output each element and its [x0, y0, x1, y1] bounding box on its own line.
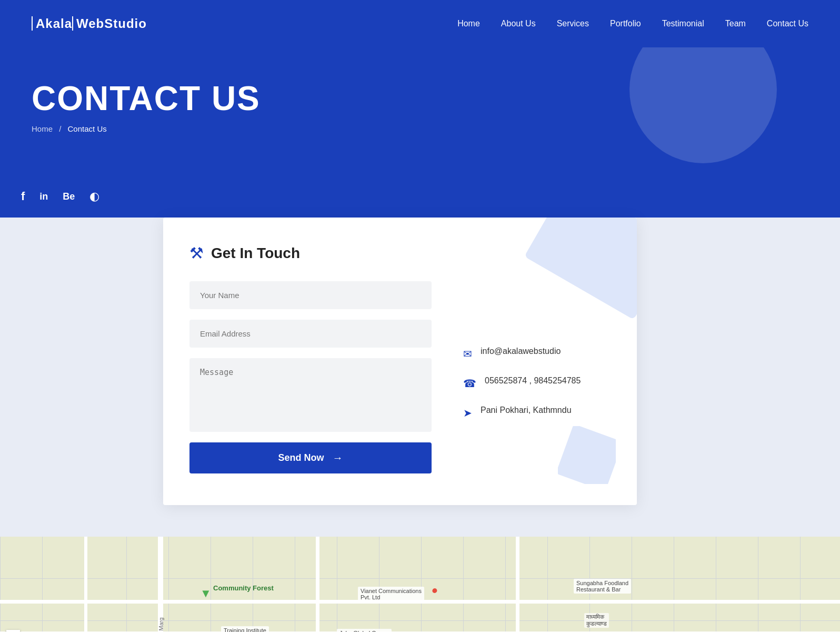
arrow-icon: → — [333, 452, 343, 464]
map-controls: ‹ — [6, 630, 20, 632]
breadcrumb-current: Contact Us — [68, 124, 107, 133]
location-icon: ➤ — [463, 407, 472, 419]
map-prev-button[interactable]: ‹ — [6, 630, 20, 632]
nav-testimonial[interactable]: Testimonial — [662, 19, 704, 28]
map-pin-vianet: ● — [432, 585, 437, 596]
message-textarea[interactable] — [189, 358, 432, 432]
map-label-madhyamik: माध्यमिककुडल्याण्ड — [584, 613, 609, 628]
phone-info: ☎ 056525874 , 9845254785 — [463, 376, 611, 390]
logo-part1: Akala — [32, 16, 72, 31]
send-button-label: Send Now — [278, 452, 324, 463]
logo[interactable]: AkalaWebStudio — [32, 16, 147, 31]
card-header: ⚒ Get In Touch — [189, 244, 611, 262]
road-vertical-2 — [316, 537, 319, 632]
email-info: ✉ info@akalawebstudio — [463, 347, 611, 360]
road-vertical-3 — [516, 537, 519, 632]
email-icon: ✉ — [463, 348, 472, 360]
linkedin-icon[interactable]: in — [39, 191, 48, 202]
email-input[interactable] — [189, 320, 432, 348]
map-label-jobs: Jobs Global.Com ●Services Pvt. Ltd — [337, 629, 392, 632]
form-column: Send Now → — [189, 281, 432, 473]
nav-home[interactable]: Home — [457, 19, 480, 28]
road-vertical-4 — [84, 537, 87, 632]
hero-section: CONTACT US Home / Contact Us — [0, 47, 840, 175]
main-content: ⚒ Get In Touch Send Now → ✉ info@akalawe… — [0, 218, 840, 537]
nav-portfolio[interactable]: Portfolio — [610, 19, 641, 28]
community-forest-arrow: ▼ — [200, 587, 212, 600]
contact-card-icon: ⚒ — [189, 244, 204, 262]
map-label-vianet: Vianet CommunicationsPvt. Ltd — [358, 587, 424, 601]
map-section: ● ● ● ● ▼ Community Forest Manokranti Ce… — [0, 537, 840, 632]
nav-services[interactable]: Services — [557, 19, 589, 28]
info-column: ✉ info@akalawebstudio ☎ 056525874 , 9845… — [463, 281, 611, 473]
card-title: Get In Touch — [211, 245, 300, 262]
card-body: Send Now → ✉ info@akalawebstudio ☎ 05652… — [189, 281, 611, 473]
nav-links: Home About Us Services Portfolio Testimo… — [457, 19, 808, 28]
address-text: Pani Pokhari, Kathmndu — [481, 406, 572, 415]
community-forest-label: Community Forest — [213, 584, 274, 592]
map-background — [0, 537, 840, 632]
contact-card: ⚒ Get In Touch Send Now → ✉ info@akalawe… — [163, 218, 637, 505]
globe-icon[interactable]: ◐ — [89, 190, 99, 203]
logo-part2: WebStudio — [72, 16, 147, 31]
behance-icon[interactable]: Be — [63, 191, 75, 202]
address-info: ➤ Pani Pokhari, Kathmndu — [463, 406, 611, 419]
facebook-icon[interactable]: f — [21, 190, 25, 203]
breadcrumb-home[interactable]: Home — [32, 124, 53, 133]
phone-text: 056525874 , 9845254785 — [485, 376, 581, 386]
send-button[interactable]: Send Now → — [189, 442, 432, 473]
nav-team[interactable]: Team — [725, 19, 746, 28]
nav-about[interactable]: About Us — [501, 19, 536, 28]
map-label-sungabha: Sungabha FoodlandRestaurant & Bar — [574, 579, 631, 594]
email-text: info@akalawebstudio — [481, 347, 561, 356]
hero-circle-decoration — [629, 47, 777, 163]
nav-contact[interactable]: Contact Us — [767, 19, 808, 28]
social-bar-section: f in Be ◐ — [0, 175, 840, 218]
navbar: AkalaWebStudio Home About Us Services Po… — [0, 0, 840, 47]
map-label-marg: Marg — [158, 617, 164, 630]
phone-icon: ☎ — [463, 377, 476, 390]
map-label-training: Training InstituteMaharajganj — [221, 626, 269, 632]
breadcrumb-separator: / — [59, 124, 61, 133]
name-input[interactable] — [189, 281, 432, 309]
